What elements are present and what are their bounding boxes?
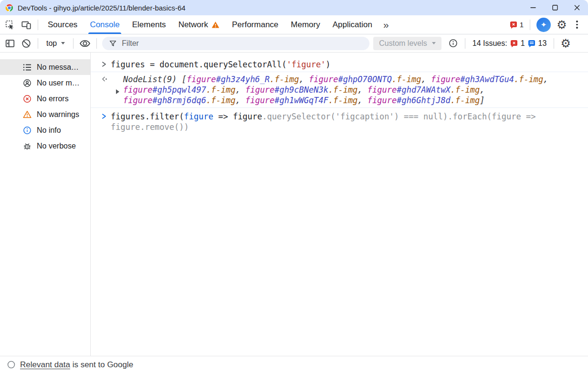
command-chevron-icon xyxy=(101,61,107,68)
live-expression-eye-icon[interactable] xyxy=(77,36,93,51)
console-messages-area[interactable]: figures = document.querySelectorAll('fig… xyxy=(91,53,588,356)
tab-application[interactable]: Application xyxy=(326,15,378,34)
prompt-chevron-icon xyxy=(101,113,107,120)
maximize-button[interactable] xyxy=(544,0,566,15)
tab-elements[interactable]: Elements xyxy=(126,15,172,34)
toggle-device-toolbar-icon[interactable] xyxy=(18,17,34,32)
log-levels-dropdown[interactable]: Custom levels xyxy=(373,37,441,50)
console-prompt-row[interactable]: figures.filter(figure => figure.querySel… xyxy=(91,108,588,134)
info-icon[interactable] xyxy=(445,36,462,51)
prompt-editor[interactable]: figures.filter(figure => figure.querySel… xyxy=(111,111,582,132)
devtools-tab-bar: Sources Console Elements Network Perform… xyxy=(0,15,588,34)
filter-input[interactable] xyxy=(122,39,363,48)
ai-assistance-icon[interactable]: ✦ xyxy=(536,18,551,32)
settings-gear-icon[interactable]: ⚙ xyxy=(554,17,570,32)
privacy-notice-text: Relevant data is sent to Google xyxy=(20,360,133,370)
info-icon xyxy=(22,126,32,135)
title-bar: DevTools - gihyo.jp/article/2025/11/blen… xyxy=(0,0,588,15)
sidebar-item-user-messages[interactable]: No user m… xyxy=(0,75,90,91)
tab-sources[interactable]: Sources xyxy=(42,15,84,34)
sidebar-item-all-messages[interactable]: No messa… xyxy=(0,59,90,75)
network-warning-icon xyxy=(211,21,220,29)
list-icon xyxy=(22,63,32,72)
result-line: figure#gh8rmj6dq6.f-img, figure#gh1wWGqT… xyxy=(123,95,582,106)
user-icon xyxy=(22,78,32,88)
clear-console-icon[interactable] xyxy=(18,36,34,51)
devtools-window: DevTools - gihyo.jp/article/2025/11/blen… xyxy=(0,0,588,373)
context-selector[interactable]: top xyxy=(42,39,70,48)
console-result-row: NodeList(9) [figure#gh3z4yh6_R.f-img, fi… xyxy=(91,72,588,108)
console-toolbar: top Custom levels xyxy=(0,34,588,53)
separator xyxy=(73,38,74,49)
issues-error-badge-icon xyxy=(510,40,518,47)
more-options-icon[interactable] xyxy=(570,21,584,29)
console-sidebar: No messa… No user m… No errors xyxy=(0,53,91,356)
tab-network[interactable]: Network xyxy=(172,15,226,34)
more-tabs-icon[interactable]: » xyxy=(378,19,394,31)
privacy-notice-bar: Relevant data is sent to Google xyxy=(0,356,588,373)
issues-counter[interactable]: 14 Issues: 1 13 xyxy=(469,39,551,48)
command-text: figures = document.querySelectorAll('fig… xyxy=(111,59,582,70)
chevron-down-icon xyxy=(432,42,436,44)
chrome-logo-icon xyxy=(5,4,13,12)
error-icon xyxy=(22,94,32,104)
result-line: NodeList(9) [figure#gh3z4yh6_R.f-img, fi… xyxy=(123,74,582,85)
chevron-down-icon xyxy=(61,42,65,44)
separator xyxy=(38,38,38,49)
sidebar-item-verbose[interactable]: No verbose xyxy=(0,138,90,154)
separator xyxy=(554,38,554,49)
separator xyxy=(38,20,38,30)
console-settings-gear-icon[interactable]: ⚙ xyxy=(557,36,574,51)
console-command-row: figures = document.querySelectorAll('fig… xyxy=(91,57,588,72)
inspect-element-icon[interactable] xyxy=(2,17,18,32)
separator xyxy=(96,38,97,49)
sidebar-item-info[interactable]: No info xyxy=(0,122,90,138)
tab-performance[interactable]: Performance xyxy=(226,15,284,34)
window-title: DevTools - gihyo.jp/article/2025/11/blen… xyxy=(18,4,186,12)
tab-memory[interactable]: Memory xyxy=(284,15,326,34)
filter-funnel-icon xyxy=(109,39,117,48)
sidebar-item-warnings[interactable]: No warnings xyxy=(0,107,90,122)
prompt-line: figures.filter(figure => figure.querySel… xyxy=(111,111,582,122)
minimize-button[interactable] xyxy=(522,0,544,15)
sidebar-item-errors[interactable]: No errors xyxy=(0,91,90,107)
separator xyxy=(465,38,465,49)
result-line: figure#gh5pqwl497.f-img, figure#gh9cBNeN… xyxy=(123,85,582,95)
bug-icon xyxy=(22,141,32,151)
console-sidebar-toggle-icon[interactable] xyxy=(2,36,18,51)
return-value-icon xyxy=(101,75,109,83)
error-badge-icon xyxy=(510,21,517,29)
close-button[interactable] xyxy=(566,0,588,15)
issues-message-badge-icon xyxy=(528,40,536,47)
relevant-data-link[interactable]: Relevant data xyxy=(20,360,70,369)
expand-object-icon[interactable] xyxy=(116,89,119,94)
warning-icon xyxy=(22,110,32,119)
tab-console[interactable]: Console xyxy=(84,15,126,34)
filter-box[interactable] xyxy=(102,37,369,50)
error-count-badge[interactable]: 1 xyxy=(507,21,526,29)
prompt-line: figure.remove()) xyxy=(111,122,582,132)
separator xyxy=(530,20,530,30)
radio-circle-icon xyxy=(7,361,15,369)
